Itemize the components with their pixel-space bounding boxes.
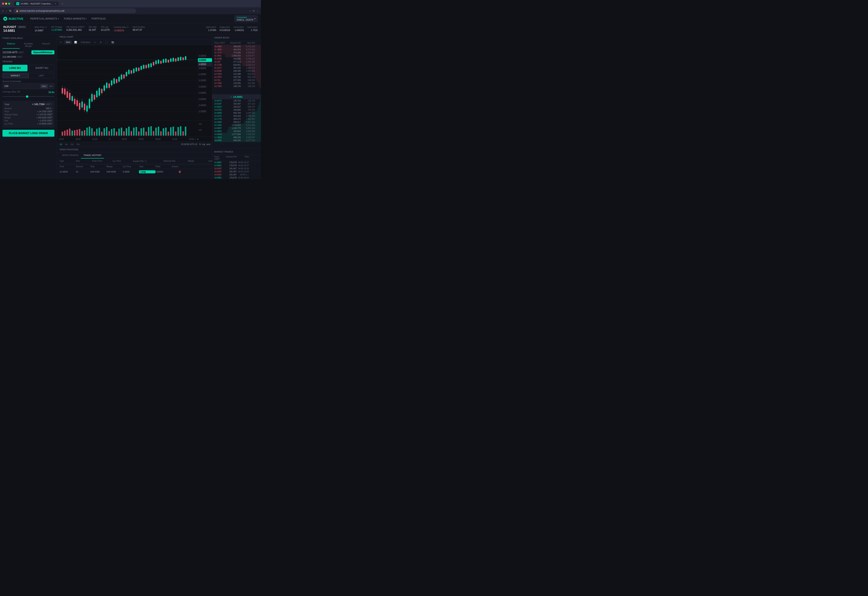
order-book-sell: 15.4463 399,830 5,473,140 15.3815 464,35…	[212, 45, 261, 94]
nav-portfolio[interactable]: PORTFOLIO	[90, 16, 108, 21]
chart-draw-tool[interactable]: ✏	[59, 41, 63, 44]
order-book-buy-row[interactable]: 14.5702 194,606 703,343	[212, 108, 261, 111]
chart-type-button[interactable]: 📊	[73, 41, 78, 44]
wallet-button[interactable]: Connected 0xfdCa...162079 ▾	[234, 15, 258, 22]
timeframe-1m[interactable]: 1m	[70, 143, 74, 146]
log-toggle[interactable]: %	[199, 143, 201, 145]
market-gbp[interactable]: GBP/USDT 1.37345	[206, 26, 216, 31]
svg-text:14.839500: 14.839500	[198, 59, 206, 61]
place-order-button[interactable]: PLACE MARKET LONG ORDER	[3, 130, 55, 137]
chart-screenshot-button[interactable]: 📷	[110, 41, 115, 44]
order-book-buy-row[interactable]: 14.6023 181,627 508,737	[212, 105, 261, 108]
limit-tab[interactable]: LIMIT	[28, 73, 55, 78]
order-book-sell-row[interactable]: 14.8246 283,435 1,096,046	[212, 69, 261, 72]
volume-label: 24h Volume (USDT)	[66, 26, 84, 28]
center-panel: PRICE CHART ✏ 15m 📊 Indicators ↩ ⚙ ⛶ 📷 ■…	[57, 35, 212, 179]
menu-icon[interactable]: ⋮	[256, 9, 259, 12]
market-tab[interactable]: MARKET	[3, 73, 28, 78]
chart-settings-button[interactable]: ⚙	[99, 41, 103, 44]
new-tab-button[interactable]: +	[62, 2, 63, 5]
order-book-sell-row[interactable]: 14.7255 168,720 168,720	[212, 85, 261, 88]
order-book-sell-row[interactable]: 15.3561 1,485,556 4,234,677	[212, 54, 261, 57]
svg-rect-74	[138, 68, 139, 71]
order-book-sell-row[interactable]: 14.7923 121,368 812,611	[212, 72, 261, 75]
order-book-buy-row[interactable]: 14.0883 264,854 6,066,288	[212, 130, 261, 133]
order-book-buy-row[interactable]: 14.6187 191,407 327,110	[212, 102, 261, 105]
svg-rect-172	[158, 127, 159, 136]
svg-rect-141	[81, 131, 83, 136]
nav-perpetual-markets[interactable]: PERPETUAL MARKETS ▾	[28, 16, 61, 21]
order-book-sell-row[interactable]: 15.3815 464,353 5,073,310	[212, 48, 261, 51]
order-book-buy-row[interactable]: 14.1778 263,172 2,362,387	[212, 118, 261, 121]
order-book-buy-row[interactable]: 14.1669 585,017 2,947,404	[212, 121, 261, 124]
order-book-sell-row[interactable]: 15.3198 256,836 2,749,121	[212, 57, 261, 60]
amount-input-row: Max INJ	[3, 83, 55, 89]
chart-undo-button[interactable]: ↩	[93, 41, 97, 44]
tab-margin[interactable]: Available Margin	[20, 41, 37, 49]
chart-fullscreen-button[interactable]: ⛶	[104, 41, 109, 44]
order-book-sell-row[interactable]: 15.2758 818,001 2,215,172	[212, 63, 261, 66]
svg-rect-64	[126, 72, 127, 76]
order-book-sell-row[interactable]: 14.7346 142,535 311,255	[212, 82, 261, 85]
tab-deposit[interactable]: Deposit	[37, 41, 55, 49]
timeframe-selector[interactable]: 15m	[64, 40, 72, 44]
delete-order-button[interactable]: 🗑	[172, 170, 188, 173]
extension-icon[interactable]: ⚙	[253, 9, 255, 12]
spread-row: ↑ 14.6881	[212, 94, 261, 99]
close-button[interactable]	[2, 3, 4, 5]
tab-close-icon[interactable]: ✕	[55, 3, 56, 5]
timeframe-1w[interactable]: 1w	[64, 143, 68, 146]
amount-input[interactable]	[3, 84, 41, 89]
chart-indicators-button[interactable]: Indicators	[80, 41, 92, 44]
svg-rect-22	[74, 99, 75, 104]
tab-balance[interactable]: Balance	[3, 41, 20, 49]
star-icon[interactable]: ☆	[249, 9, 251, 12]
svg-rect-100	[170, 59, 172, 62]
order-book-buy-row[interactable]: 14.1352 1,564,252 4,511,656	[212, 124, 261, 127]
auto-label[interactable]: auto	[207, 143, 210, 145]
market-yfiv[interactable]: YFIV/USDT 1.040101	[234, 26, 244, 31]
max-button[interactable]: Max	[41, 84, 48, 88]
order-book-sell-row[interactable]: 15.3735 374,280 4,608,957	[212, 51, 261, 54]
order-book-buy-row[interactable]: 14.6473 135,703 135,703	[212, 99, 261, 102]
long-button[interactable]: LONG INJ	[3, 65, 28, 71]
order-book-sell-row[interactable]: 15.4463 399,830 5,473,140	[212, 45, 261, 48]
tab-trade-history[interactable]: TRADE HISTORY	[81, 152, 104, 158]
deposit-withdraw-button[interactable]: Deposit/Withdraw	[31, 50, 55, 55]
funds-available: FUNDS AVAILABLE Balance Available Margin…	[3, 37, 55, 58]
expand-icon[interactable]: »	[195, 138, 196, 140]
leverage-slider[interactable]	[3, 96, 55, 97]
zoom-settings[interactable]: ⚙	[197, 138, 199, 140]
svg-rect-163	[136, 127, 137, 136]
logo: ◈ INJECTIVE	[3, 17, 23, 21]
browser-tab[interactable]: ◈ 14.6881 - INJ/USDT | Injective... ✕	[14, 1, 59, 6]
address-bar[interactable]: 🔒 testnet.injective.exchange/perpetuals/…	[14, 9, 136, 13]
short-button[interactable]: SHORT INJ	[29, 65, 55, 71]
market-grt[interactable]: GRT/USDT 1.7515	[247, 26, 258, 31]
forward-button[interactable]: ›	[6, 9, 7, 13]
order-book-buy-row[interactable]: 14.0619 486,165 7,629,537	[212, 136, 261, 139]
refresh-button[interactable]: ↻	[9, 9, 12, 13]
order-book-buy-row[interactable]: 14.3059 942,769 1,646,112	[212, 111, 261, 115]
maximize-button[interactable]	[8, 3, 10, 5]
order-book-sell-row[interactable]: 14.741 227,283 538,538	[212, 79, 261, 82]
order-book-buy-row[interactable]: 14.0907 1,289,778 5,801,434	[212, 127, 261, 130]
order-book-sell-row[interactable]: 15.1677 301,125 1,397,117	[212, 66, 261, 69]
svg-rect-160	[128, 127, 130, 136]
market-trade-row: 14.6187 191,407 04:09 19:25	[212, 170, 261, 173]
order-book-buy-row[interactable]: 14.2275 453,103 2,099,245	[212, 115, 261, 118]
nav-forex-markets[interactable]: FOREX MARKETS ▾	[62, 16, 89, 21]
back-button[interactable]: ‹	[2, 9, 4, 13]
timeframe-3m[interactable]: 3m	[76, 143, 80, 146]
timeframe-1d[interactable]: 1d	[59, 143, 63, 146]
minimize-button[interactable]	[5, 3, 7, 5]
tab-open-orders[interactable]: OPEN ORDERS	[59, 152, 81, 158]
amount-group: Amount (0 decimals) Max INJ	[3, 80, 55, 89]
order-book-buy-row[interactable]: 14.0868 1,077,084 7,143,372	[212, 133, 261, 136]
market-trade-row: 14.6187 191,407 04:09 1:...	[212, 173, 261, 176]
order-book-buy-row[interactable]: 14.0305 648,245 8,277,782	[212, 139, 261, 142]
market-rub[interactable]: RUB/USDT 0.0130218	[220, 26, 230, 31]
order-book-sell-row[interactable]: 15.297 277,113 2,492,285	[212, 60, 261, 63]
order-book-sell-row[interactable]: 14.7875 152,705 691,243	[212, 75, 261, 79]
log-label[interactable]: log	[202, 143, 205, 145]
